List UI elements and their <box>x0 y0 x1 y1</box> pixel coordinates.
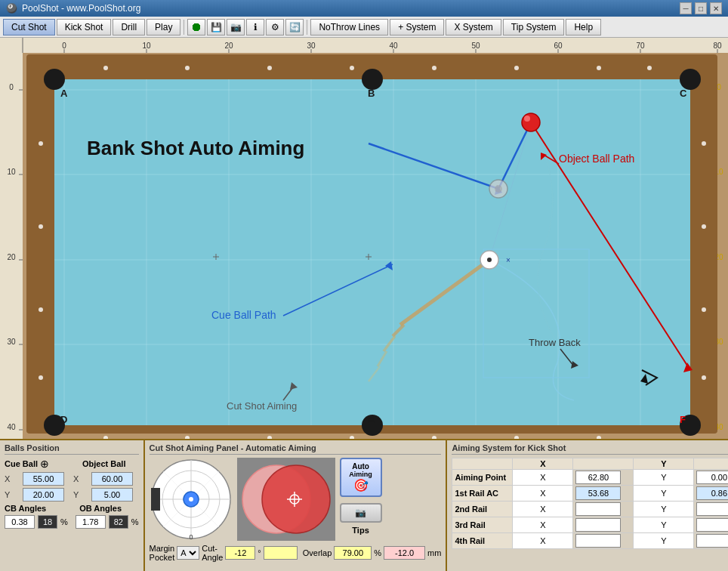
title-bar-left: 🎱 PoolShot - www.PoolShot.org <box>6 3 140 14</box>
tip-system-button[interactable]: Tip System <box>503 19 565 35</box>
cut-angle-secondary[interactable] <box>264 546 298 560</box>
ob-x-input[interactable] <box>91 472 133 486</box>
aiming-point-x-label: X <box>513 470 573 486</box>
cut-angle-input[interactable] <box>225 546 255 560</box>
svg-text:0: 0 <box>62 42 66 50</box>
1st-rail-y-input[interactable] <box>696 486 728 500</box>
svg-point-57 <box>597 66 601 70</box>
cb-angles-label: CB Angles <box>5 504 46 513</box>
header-empty <box>452 458 513 470</box>
x-system-button[interactable]: X System <box>446 19 501 35</box>
overlap-svg <box>237 458 335 541</box>
save-icon[interactable]: 💾 <box>207 19 225 35</box>
svg-text:0: 0 <box>189 533 193 541</box>
y-input-header <box>694 458 728 470</box>
aiming-point-label: Aiming Point <box>452 470 513 486</box>
balls-position-title: Balls Position <box>5 443 139 455</box>
1st-rail-label: 1st Rail AC <box>452 486 513 502</box>
margin-row: Margin Pocket A B Cut-Angle ° Overlap % … <box>150 544 442 562</box>
refresh-icon[interactable]: 🔄 <box>285 19 304 35</box>
auto-aiming-controls: Auto Aiming 🎯 📷 Tips <box>340 458 382 541</box>
info-icon[interactable]: ℹ <box>246 19 264 35</box>
kick-shot-button[interactable]: Kick Shot <box>57 19 112 35</box>
table-title: Bank Shot Auto Aiming <box>87 137 304 159</box>
3rd-rail-label: 3rd Rail <box>452 517 513 533</box>
title-bar-controls[interactable]: ─ □ ✕ <box>680 2 722 14</box>
svg-text:B: B <box>368 88 375 99</box>
svg-rect-2 <box>0 38 23 439</box>
svg-text:×: × <box>506 256 511 264</box>
table-area[interactable]: 0 10 20 30 40 50 60 70 80 0 10 20 <box>0 38 728 439</box>
svg-point-66 <box>39 141 43 146</box>
no-throw-lines-button[interactable]: NoThrow Lines <box>310 19 388 35</box>
throw-back-label: Throw Back <box>529 337 581 348</box>
cb-x-input[interactable] <box>23 472 64 486</box>
svg-text:80: 80 <box>713 42 722 50</box>
minimize-button[interactable]: ─ <box>680 2 692 14</box>
4th-rail-y-input[interactable] <box>696 534 728 548</box>
object-ball-path-label: Object Ball Path <box>559 153 634 165</box>
ob-angle2-val: 82 <box>109 515 128 529</box>
settings-icon[interactable]: ⚙ <box>266 19 284 35</box>
target-icon: 🎯 <box>346 478 376 492</box>
svg-text:D: D <box>60 414 67 425</box>
svg-text:20: 20 <box>224 42 233 50</box>
margin-pocket-select[interactable]: A B <box>177 546 199 560</box>
aiming-header-row: X Y <box>452 458 728 470</box>
tips-button[interactable]: 📷 <box>340 503 382 523</box>
cut-shot-panel-title: Cut Shot Aiming Panel - Automatic Aiming <box>150 443 442 455</box>
ob-angle1-input[interactable] <box>76 515 106 529</box>
cb-angle1-input[interactable] <box>5 515 35 529</box>
4th-rail-x-input[interactable] <box>575 534 621 548</box>
svg-text:40: 40 <box>7 423 16 431</box>
percent-symbol-2: % <box>131 517 139 526</box>
record-icon[interactable]: ⏺ <box>187 19 205 35</box>
svg-text:F: F <box>680 414 686 425</box>
svg-point-73 <box>702 375 706 380</box>
2nd-rail-x-input[interactable] <box>575 502 621 516</box>
mm-unit: mm <box>427 548 441 557</box>
play-button[interactable]: Play <box>147 19 180 35</box>
aiming-label: Aiming <box>346 471 376 478</box>
table-row-1st-rail: 1st Rail AC X Y <box>452 486 728 502</box>
svg-rect-38 <box>54 79 690 425</box>
svg-text:30: 30 <box>307 42 316 50</box>
polar-chart-container[interactable]: 0 <box>150 458 233 541</box>
svg-text:60: 60 <box>554 42 563 50</box>
maximize-button[interactable]: □ <box>695 2 707 14</box>
help-button[interactable]: Help <box>566 19 601 35</box>
svg-rect-1 <box>23 38 728 53</box>
app-title: PoolShot - www.PoolShot.org <box>22 3 140 14</box>
polar-chart-svg: 0 <box>150 458 233 541</box>
move-cursor-icon[interactable]: ⊕ <box>40 458 49 470</box>
overlap-mm-input[interactable] <box>384 546 425 560</box>
svg-point-99 <box>524 116 530 122</box>
2nd-rail-y-input[interactable] <box>696 502 728 516</box>
cue-ball-label-group: Cue Ball ⊕ <box>5 458 49 470</box>
ob-y-input[interactable] <box>91 488 133 502</box>
overlap-input[interactable] <box>334 546 372 560</box>
svg-point-68 <box>39 307 43 312</box>
svg-point-103 <box>487 258 492 262</box>
plus-system-button[interactable]: + System <box>390 19 444 35</box>
auto-aiming-button[interactable]: Auto Aiming 🎯 <box>340 458 382 497</box>
auto-label: Auto <box>346 462 376 471</box>
svg-point-58 <box>647 66 652 70</box>
degree-symbol: ° <box>258 548 261 557</box>
close-button[interactable]: ✕ <box>710 2 722 14</box>
cb-y-input[interactable] <box>23 488 64 502</box>
camera-icon[interactable]: 📷 <box>227 19 245 35</box>
cb-x-label: X <box>5 474 20 483</box>
ob-x-label: X <box>73 474 88 483</box>
aiming-point-y-input[interactable] <box>696 471 728 484</box>
ball-labels-row: Cue Ball ⊕ Object Ball <box>5 458 139 470</box>
drill-button[interactable]: Drill <box>113 19 145 35</box>
svg-text:30: 30 <box>7 338 16 346</box>
cut-shot-button[interactable]: Cut Shot <box>3 19 55 35</box>
overlap-pct: % <box>374 548 381 557</box>
aiming-point-x-input[interactable] <box>575 471 621 484</box>
3rd-rail-y-input[interactable] <box>696 518 728 532</box>
3rd-rail-x-input[interactable] <box>575 518 621 532</box>
toolbar-separator-2 <box>307 20 307 35</box>
1st-rail-x-input[interactable] <box>575 486 621 500</box>
